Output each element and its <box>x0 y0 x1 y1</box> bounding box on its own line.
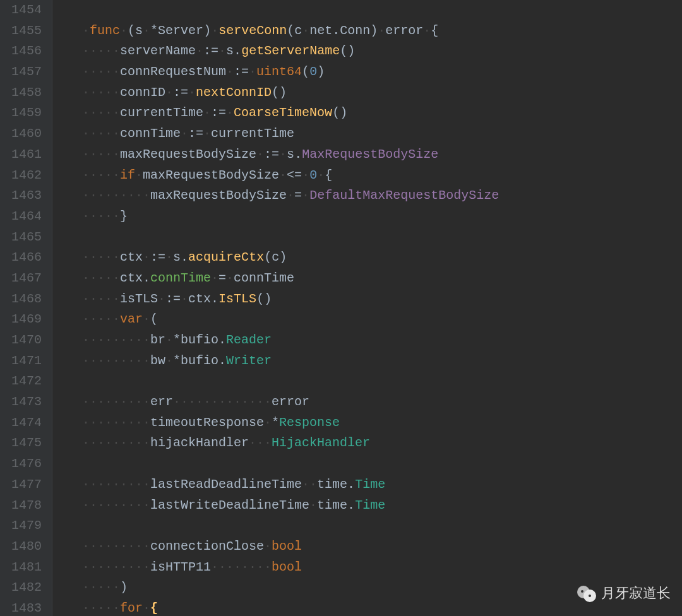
code-line[interactable]: ·········hijackHandler···HijackHandler <box>82 433 682 454</box>
code-line[interactable]: ·func·(s·*Server)·serveConn(c·net.Conn)·… <box>82 21 682 42</box>
code-line[interactable] <box>82 454 682 475</box>
code-line[interactable]: ·········connectionClose·bool <box>82 536 682 557</box>
code-line[interactable]: ·····connRequestNum·:=·uint64(0) <box>82 62 682 83</box>
code-line[interactable] <box>82 516 682 536</box>
line-number: 1464 <box>0 206 52 227</box>
line-number: 1472 <box>0 371 52 392</box>
line-number: 1458 <box>0 83 52 104</box>
code-line[interactable] <box>82 0 682 21</box>
code-line[interactable] <box>82 227 682 248</box>
watermark: 月牙寂道长 <box>577 583 671 603</box>
code-line[interactable]: ·····} <box>82 206 682 227</box>
line-number: 1470 <box>0 330 52 351</box>
code-line[interactable]: ·····var·( <box>82 309 682 330</box>
line-number: 1463 <box>0 186 52 206</box>
line-number: 1456 <box>0 41 52 62</box>
line-number: 1469 <box>0 309 52 330</box>
line-number: 1465 <box>0 227 52 248</box>
line-number: 1482 <box>0 578 52 598</box>
line-number: 1461 <box>0 145 52 165</box>
code-line[interactable]: ·········br·*bufio.Reader <box>82 330 682 351</box>
code-line[interactable]: ·····ctx·:=·s.acquireCtx(c) <box>82 247 682 268</box>
line-number: 1459 <box>0 103 52 124</box>
code-area[interactable]: ·func·(s·*Server)·serveConn(c·net.Conn)·… <box>82 0 682 616</box>
code-editor[interactable]: 1454 1455 1456 1457 1458 1459 1460 1461 … <box>0 0 682 616</box>
code-line[interactable]: ·····serverName·:=·s.getServerName() <box>82 41 682 62</box>
line-number: 1471 <box>0 351 52 372</box>
line-number: 1478 <box>0 495 52 516</box>
code-line[interactable]: ·····if·maxRequestBodySize·<=·0·{ <box>82 165 682 186</box>
line-number: 1474 <box>0 413 52 434</box>
code-line[interactable] <box>82 371 682 392</box>
line-number: 1480 <box>0 536 52 557</box>
line-number-gutter: 1454 1455 1456 1457 1458 1459 1460 1461 … <box>0 0 52 616</box>
code-line[interactable]: ·····isTLS·:=·ctx.IsTLS() <box>82 289 682 310</box>
line-number: 1454 <box>0 0 52 21</box>
line-number: 1455 <box>0 21 52 42</box>
line-number: 1479 <box>0 516 52 536</box>
line-number: 1466 <box>0 247 52 268</box>
code-line[interactable]: ·····currentTime·:=·CoarseTimeNow() <box>82 103 682 124</box>
line-number: 1457 <box>0 62 52 83</box>
line-number: 1477 <box>0 475 52 495</box>
line-number: 1483 <box>0 598 52 616</box>
code-line[interactable]: ·····connTime·:=·currentTime <box>82 124 682 145</box>
line-number: 1476 <box>0 454 52 475</box>
line-number: 1467 <box>0 268 52 289</box>
wechat-icon <box>577 583 597 603</box>
line-number: 1462 <box>0 165 52 186</box>
code-line[interactable]: ·········lastWriteDeadlineTime·time.Time <box>82 495 682 516</box>
fold-column[interactable] <box>52 0 82 616</box>
code-line[interactable]: ·····ctx.connTime·=·connTime <box>82 268 682 289</box>
line-number: 1481 <box>0 557 52 578</box>
line-number: 1468 <box>0 289 52 310</box>
code-line[interactable]: ·········maxRequestBodySize·=·DefaultMax… <box>82 186 682 206</box>
line-number: 1473 <box>0 392 52 413</box>
watermark-text: 月牙寂道长 <box>601 584 671 603</box>
code-line[interactable]: ·····maxRequestBodySize·:=·s.MaxRequestB… <box>82 145 682 165</box>
code-line[interactable]: ·········bw·*bufio.Writer <box>82 351 682 372</box>
code-line[interactable]: ·········err·············error <box>82 392 682 413</box>
code-line[interactable]: ·····connID·:=·nextConnID() <box>82 83 682 104</box>
code-line[interactable]: ·········lastReadDeadlineTime··time.Time <box>82 475 682 495</box>
line-number: 1475 <box>0 433 52 454</box>
code-line[interactable]: ·········isHTTP11········bool <box>82 557 682 578</box>
line-number: 1460 <box>0 124 52 145</box>
code-line[interactable]: ·········timeoutResponse·*Response <box>82 413 682 434</box>
